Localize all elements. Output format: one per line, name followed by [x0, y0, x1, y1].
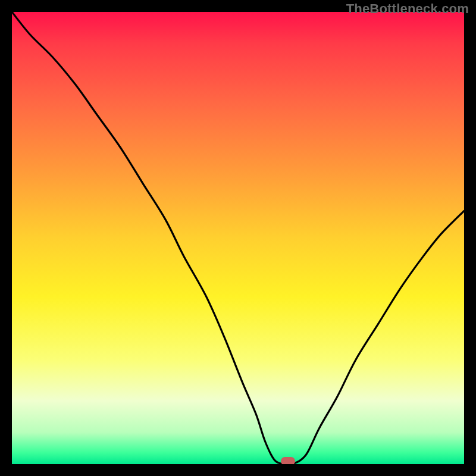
- watermark-text: TheBottleneck.com: [346, 1, 469, 17]
- bottleneck-curve-path: [12, 12, 464, 464]
- curve-svg: [12, 12, 464, 464]
- plot-area: [12, 12, 464, 464]
- optimal-point-marker: [281, 457, 295, 464]
- chart-container: TheBottleneck.com: [0, 0, 476, 476]
